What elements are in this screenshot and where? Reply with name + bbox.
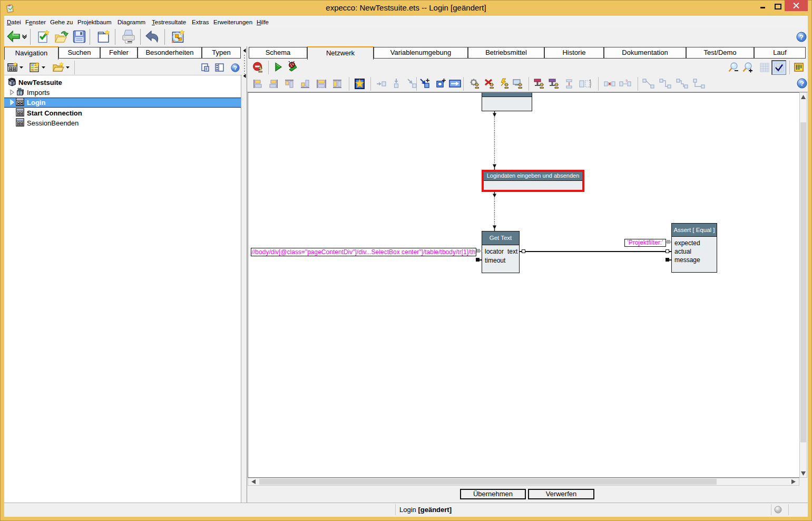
svg-text:?: ? <box>799 33 804 41</box>
svg-text:?: ? <box>233 65 237 71</box>
svg-text:?: ? <box>800 80 804 88</box>
svg-text:?: ? <box>625 79 628 83</box>
